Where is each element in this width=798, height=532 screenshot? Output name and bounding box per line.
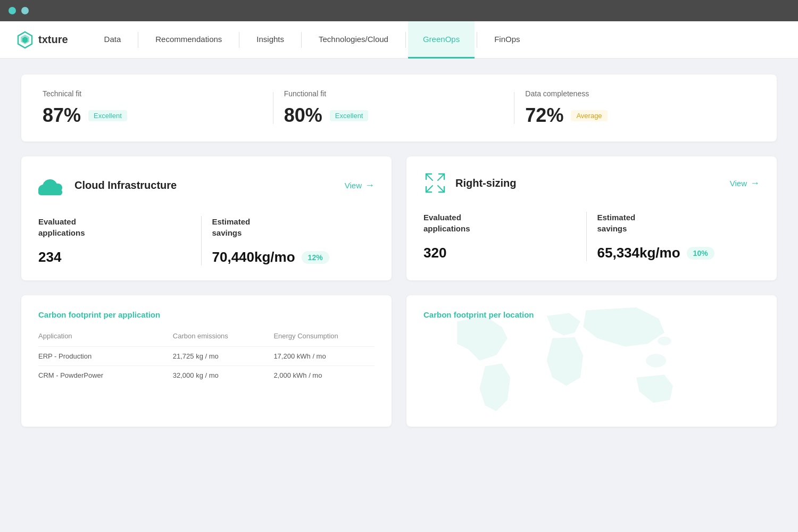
functional-fit-value: 80% (284, 104, 322, 127)
top-bar (0, 0, 798, 21)
right-sizing-view-arrow: → (750, 178, 760, 189)
nav-sep-4 (405, 32, 406, 48)
cloud-infra-title-row: Cloud Infrastructure (38, 171, 177, 199)
cloud-eval-apps-value-row: 234 (38, 249, 190, 265)
data-completeness-block: Data completeness 72% Average (514, 89, 755, 127)
cloud-eval-apps-label: Evaluatedapplications (38, 216, 190, 238)
col-energy: Energy Consumption (273, 332, 375, 340)
svg-point-17 (658, 337, 671, 346)
cloud-icon (38, 175, 66, 195)
row2-app: CRM - PowderPower (38, 371, 173, 379)
technical-fit-block: Technical fit 87% Excellent (43, 89, 273, 127)
svg-line-7 (426, 174, 433, 180)
cloud-infra-view-link[interactable]: View → (345, 180, 375, 191)
cloud-eval-apps-value: 234 (38, 249, 61, 265)
data-completeness-badge: Average (571, 110, 607, 121)
world-map (423, 288, 760, 456)
carbon-app-title: Carbon footprint per application (38, 310, 375, 319)
row1-carbon: 21,725 kg / mo (173, 352, 274, 360)
cloud-infra-title: Cloud Infrastructure (74, 179, 177, 192)
cloud-infra-view-label: View (345, 181, 362, 190)
data-completeness-label: Data completeness (525, 89, 745, 98)
resize-icon (425, 173, 445, 193)
cloud-est-savings-value: 70,440kg/mo (212, 249, 295, 265)
nav-sep-3 (301, 32, 302, 48)
functional-fit-badge: Excellent (330, 110, 369, 121)
carbon-app-panel: Carbon footprint per application Applica… (21, 295, 392, 427)
functional-fit-value-row: 80% Excellent (284, 104, 504, 127)
technical-fit-value: 87% (43, 104, 81, 127)
navigation: txture Data Recommendations Insights Tec… (0, 21, 798, 59)
nav-item-data[interactable]: Data (89, 21, 136, 59)
functional-fit-block: Functional fit 80% Excellent (273, 89, 514, 127)
dot-1 (9, 7, 16, 14)
nav-items: Data Recommendations Insights Technologi… (89, 21, 535, 58)
cloud-est-savings: Estimatedsavings 70,440kg/mo 12% (202, 216, 375, 265)
cloud-est-savings-badge: 12% (302, 251, 329, 264)
col-application: Application (38, 332, 173, 340)
cloud-icon-wrap (38, 171, 66, 199)
functional-fit-label: Functional fit (284, 89, 504, 98)
right-sizing-view-link[interactable]: View → (730, 178, 760, 189)
rs-eval-apps-value-row: 320 (423, 245, 576, 261)
right-sizing-stats: Evaluatedapplications 320 Estimatedsavin… (423, 212, 760, 261)
rs-est-savings-value-row: 65,334kg/mo 10% (597, 245, 750, 261)
logo[interactable]: txture (16, 31, 68, 49)
panels-row: Cloud Infrastructure View → Evaluatedapp… (21, 156, 777, 280)
row2-energy: 2,000 kWh / mo (273, 371, 375, 379)
nav-sep-5 (477, 32, 477, 48)
carbon-location-panel: Carbon footprint per location (406, 295, 777, 427)
rs-est-savings-value: 65,334kg/mo (597, 245, 680, 261)
nav-item-insights[interactable]: Insights (242, 21, 299, 59)
rs-eval-apps: Evaluatedapplications 320 (423, 212, 586, 261)
data-completeness-value: 72% (525, 104, 563, 127)
right-sizing-header: Right-sizing View → (423, 171, 760, 195)
main-content: Technical fit 87% Excellent Functional f… (0, 59, 798, 443)
row2-carbon: 32,000 kg / mo (173, 371, 274, 379)
svg-point-18 (646, 354, 666, 367)
cloud-infra-header: Cloud Infrastructure View → (38, 171, 375, 199)
map-area (423, 332, 760, 412)
technical-fit-badge: Excellent (88, 110, 127, 121)
svg-line-13 (438, 174, 444, 180)
right-sizing-title: Right-sizing (455, 177, 516, 189)
rs-est-savings-label: Estimatedsavings (597, 212, 750, 234)
cloud-est-savings-label: Estimatedsavings (212, 216, 364, 238)
dot-2 (21, 7, 29, 14)
col-carbon: Carbon emissions (173, 332, 274, 340)
table-row: ERP - Production 21,725 kg / mo 17,200 k… (38, 346, 375, 365)
cloud-infra-view-arrow: → (365, 180, 375, 191)
right-sizing-panel: Right-sizing View → Evaluatedapplication… (406, 156, 777, 280)
nav-item-recommendations[interactable]: Recommendations (140, 21, 237, 59)
cloud-est-savings-value-row: 70,440kg/mo 12% (212, 249, 364, 265)
rs-eval-apps-value: 320 (423, 245, 446, 261)
svg-line-10 (438, 186, 444, 192)
nav-sep-1 (138, 32, 138, 48)
cloud-eval-apps: Evaluatedapplications 234 (38, 216, 201, 265)
rs-est-savings: Estimatedsavings 65,334kg/mo 10% (587, 212, 760, 261)
resize-icon-wrap (423, 171, 447, 195)
right-sizing-title-row: Right-sizing (423, 171, 516, 195)
nav-sep-2 (239, 32, 239, 48)
row1-energy: 17,200 kWh / mo (273, 352, 375, 360)
carbon-app-table-header: Application Carbon emissions Energy Cons… (38, 332, 375, 340)
svg-rect-4 (38, 189, 62, 195)
logo-icon (16, 31, 34, 49)
technical-fit-value-row: 87% Excellent (43, 104, 262, 127)
rs-est-savings-badge: 10% (687, 247, 714, 260)
data-completeness-value-row: 72% Average (525, 104, 745, 127)
bottom-panels-row: Carbon footprint per application Applica… (21, 295, 777, 427)
cloud-infra-stats: Evaluatedapplications 234 Estimatedsavin… (38, 216, 375, 265)
cloud-infra-panel: Cloud Infrastructure View → Evaluatedapp… (21, 156, 392, 280)
technical-fit-label: Technical fit (43, 89, 262, 98)
svg-line-16 (426, 186, 433, 192)
nav-item-greenops[interactable]: GreenOps (408, 21, 475, 59)
table-row: CRM - PowderPower 32,000 kg / mo 2,000 k… (38, 365, 375, 385)
nav-item-finops[interactable]: FinOps (479, 21, 535, 59)
logo-text: txture (38, 34, 68, 46)
rs-eval-apps-label: Evaluatedapplications (423, 212, 576, 234)
nav-item-tech-cloud[interactable]: Technologies/Cloud (304, 21, 403, 59)
right-sizing-view-label: View (730, 179, 747, 188)
stats-card: Technical fit 87% Excellent Functional f… (21, 74, 777, 142)
row1-app: ERP - Production (38, 352, 173, 360)
